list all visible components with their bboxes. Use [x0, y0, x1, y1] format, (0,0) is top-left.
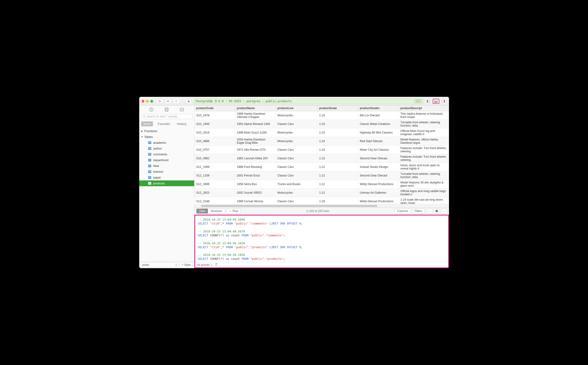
table-cell[interactable]: Model features 30 win skylights & glare …	[399, 180, 449, 188]
sidebar-item-field[interactable]: field	[139, 163, 194, 169]
sidebar-item-academic[interactable]: academic	[139, 140, 194, 146]
table-cell[interactable]: 1:12	[317, 189, 358, 197]
tree-tables[interactable]: ▼Tables	[139, 134, 194, 140]
table-cell[interactable]: S10_4698	[194, 137, 235, 145]
panel-bottom-button[interactable]	[433, 99, 439, 104]
table-cell[interactable]: Classic Cars	[276, 163, 317, 171]
lock-icon[interactable]	[185, 99, 192, 104]
table-cell[interactable]: Model features, officia Harley Davidson …	[399, 137, 449, 145]
table-cell[interactable]: Features include: Turn front wheels; ste…	[399, 146, 449, 154]
table-cell[interactable]: 1:18	[317, 197, 358, 204]
table-cell[interactable]: 1:10	[317, 120, 358, 128]
table-cell[interactable]: S12_1666	[194, 180, 235, 188]
table-cell[interactable]: 1952 Alpine Renault 1300	[235, 120, 276, 128]
table-cell[interactable]: S10_2016	[194, 128, 235, 137]
column-header[interactable]: productDescript	[399, 106, 449, 111]
table-cell[interactable]: Second Gear Diecast	[358, 171, 399, 180]
column-header[interactable]: productVendor	[358, 106, 399, 111]
table-cell[interactable]: 1:18 scale die-cast ab long doors open, …	[399, 197, 449, 204]
table-cell[interactable]: Min Lin Diecast	[358, 111, 399, 119]
column-header[interactable]: productScale	[317, 106, 358, 111]
table-cell[interactable]: This replica features w kickstand, front…	[399, 111, 449, 119]
table-cell[interactable]: 1:10	[317, 137, 358, 145]
sidebar-item-interest[interactable]: interest	[139, 169, 194, 175]
table-cell[interactable]: S12_2823	[194, 189, 235, 197]
table-row[interactable]: S12_10991968 Ford MustangClassic Cars1:1…	[194, 163, 449, 171]
table-cell[interactable]: Turnable front wheels; steering function…	[399, 171, 449, 180]
table-cell[interactable]: Features include: Turn front wheels; ste…	[399, 154, 449, 162]
tab-favorites[interactable]: Favorites	[155, 121, 172, 126]
database-icon[interactable]	[164, 107, 169, 112]
tree-functions[interactable]: ▶Functions	[139, 128, 194, 134]
tab-items[interactable]: Items	[141, 121, 153, 126]
table-cell[interactable]: S10_1678	[194, 111, 235, 119]
panel-left-button[interactable]	[425, 99, 432, 104]
table-cell[interactable]: 1996 Moto Guzzi 1100i	[235, 128, 276, 137]
table-cell[interactable]: Classic Cars	[276, 171, 317, 180]
table-cell[interactable]: 1972 Alfa Romeo GTA	[235, 146, 276, 154]
sidebar-item-products[interactable]: products	[139, 180, 194, 186]
table-row[interactable]: S12_11082001 Ferrari EnzoClassic Cars1:1…	[194, 171, 449, 180]
sidebar-item-paper[interactable]: paper	[139, 175, 194, 180]
table-cell[interactable]: 1958 Setra Bus	[235, 180, 276, 188]
minimize-window-button[interactable]	[146, 100, 149, 103]
sidebar-item-comments[interactable]: comments	[139, 151, 194, 157]
table-row[interactable]: S12_28232002 Suzuki XREOMotorcycles1:12U…	[194, 189, 449, 197]
table-cell[interactable]: Motorcycles	[276, 189, 317, 197]
table-cell[interactable]: Hood, doors and trunk open to reveal hig…	[399, 163, 449, 171]
table-cell[interactable]: Classic Metal Creations	[358, 120, 399, 128]
table-cell[interactable]: Classic Cars	[276, 146, 317, 154]
table-cell[interactable]: Classic Cars	[276, 154, 317, 162]
list-button[interactable]	[173, 99, 180, 104]
table-row[interactable]: S12_16661958 Setra BusTrucks and Buses1:…	[194, 180, 449, 189]
table-cell[interactable]: S12_1108	[194, 171, 235, 180]
table-row[interactable]: S10_49621962 LanciaA Delta 16VClassic Ca…	[194, 154, 449, 163]
table-cell[interactable]: 1:10	[317, 111, 358, 119]
table-cell[interactable]: Motorcycles	[276, 137, 317, 145]
zoom-window-button[interactable]	[150, 100, 153, 103]
table-cell[interactable]: 1969 Harley Davidson Ultimate Chopper	[235, 111, 276, 119]
table-row[interactable]: S10_20161996 Moto Guzzi 1100iMotorcycles…	[194, 128, 449, 137]
breadcrumb[interactable]: PostgreSQL 9.5.0 : PG 5433 : postgres : …	[194, 98, 424, 104]
table-cell[interactable]: Turnable front wheels; steering function…	[399, 120, 449, 128]
horizontal-scrollbar[interactable]	[194, 204, 449, 207]
table-cell[interactable]: S10_4962	[194, 154, 235, 162]
table-body[interactable]: S10_16781969 Harley Davidson Ultimate Ch…	[194, 111, 449, 204]
table-cell[interactable]: Trucks and Buses	[276, 180, 317, 188]
table-cell[interactable]: S12_3148	[194, 197, 235, 204]
table-cell[interactable]: 1:12	[317, 171, 358, 180]
table-cell[interactable]: Second Gear Diecast	[358, 154, 399, 162]
table-row[interactable]: S10_46982003 Harley-Davidson Eagle Drag …	[194, 137, 449, 146]
table-row[interactable]: S10_47571972 Alfa Romeo GTAClassic Cars1…	[194, 146, 449, 154]
table-row[interactable]: S10_16781969 Harley Davidson Ultimate Ch…	[194, 111, 449, 120]
trash-icon[interactable]	[215, 263, 218, 267]
table-cell[interactable]: 1962 LanciaA Delta 16V	[235, 154, 276, 162]
column-header[interactable]: productLine	[276, 106, 317, 111]
sidebar-item-author[interactable]: author	[139, 146, 194, 151]
tab-structure[interactable]: Structure	[208, 209, 225, 213]
table-cell[interactable]: 2002 Suzuki XREO	[235, 189, 276, 197]
table-row[interactable]: S10_19491952 Alpine Renault 1300Classic …	[194, 120, 449, 128]
table-cell[interactable]: 1968 Ford Mustang	[235, 163, 276, 171]
table-cell[interactable]: Red Start Diecast	[358, 137, 399, 145]
table-cell[interactable]: Official logos and insig saddle bags loc…	[399, 189, 449, 197]
table-cell[interactable]: Welly Diecast Productions	[358, 180, 399, 188]
search-input[interactable]: Search for item: ^name$...	[141, 114, 192, 119]
filters-button[interactable]: Filters	[412, 209, 425, 214]
console-log[interactable]: -- 2018-10-25 13:04:49.5600 SELECT "ctid…	[195, 216, 448, 262]
schema-select[interactable]: public▴▾	[141, 262, 178, 267]
table-cell[interactable]: 1:10	[317, 128, 358, 137]
stop-button[interactable]	[156, 99, 163, 104]
tab-history[interactable]: History	[175, 121, 189, 126]
table-cell[interactable]: Highway 66 Mini Classics	[358, 128, 399, 137]
table-cell[interactable]: 1:10	[317, 154, 358, 162]
table-cell[interactable]: S10_4757	[194, 146, 235, 154]
view-button[interactable]	[165, 99, 171, 104]
table-cell[interactable]: 2003 Harley-Davidson Eagle Drag Bike	[235, 137, 276, 145]
table-cell[interactable]: 1:10	[317, 146, 358, 154]
table-cell[interactable]: Unimax Art Galleries	[358, 189, 399, 197]
table-cell[interactable]: 2001 Ferrari Enzo	[235, 171, 276, 180]
table-cell[interactable]: Classic Cars	[276, 120, 317, 128]
close-window-button[interactable]	[142, 100, 144, 103]
table-cell[interactable]: S10_1949	[194, 120, 235, 128]
